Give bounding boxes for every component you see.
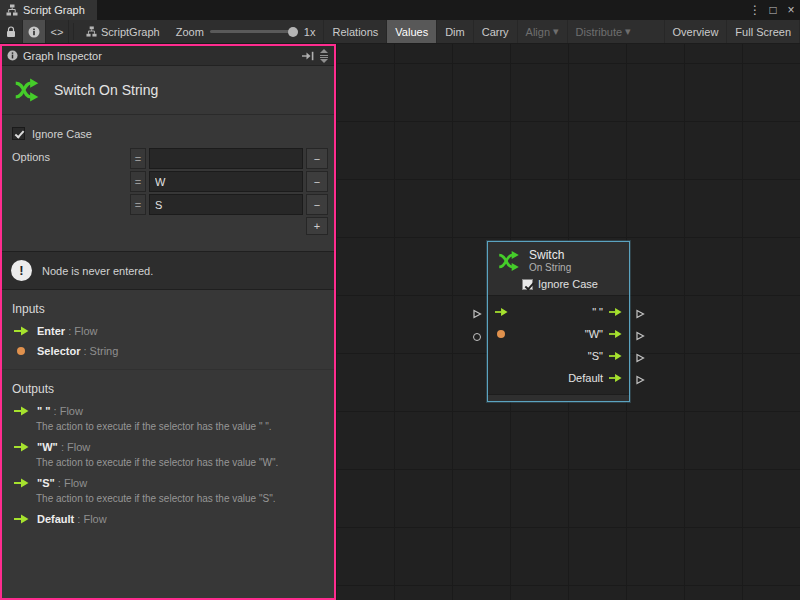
- distribute-dropdown[interactable]: Distribute▾: [567, 20, 639, 43]
- zoom-control: Zoom 1x: [168, 20, 324, 43]
- options-label: Options: [12, 148, 130, 163]
- node-ignore-case-label: Ignore Case: [538, 278, 598, 290]
- flow-output-port[interactable]: [609, 307, 622, 317]
- maximize-icon[interactable]: □: [764, 3, 782, 17]
- graph-inspector-title: Graph Inspector: [23, 50, 102, 62]
- lock-icon: [6, 26, 16, 38]
- carry-button[interactable]: Carry: [473, 20, 517, 43]
- node-title: Switch: [529, 249, 571, 262]
- option-input-2[interactable]: [149, 194, 303, 215]
- inspector-toggle-button[interactable]: [23, 20, 46, 43]
- flow-input-port[interactable]: [495, 307, 508, 317]
- close-icon[interactable]: ×: [782, 3, 800, 17]
- dock-icon[interactable]: [302, 51, 314, 61]
- window-menu-icon[interactable]: ⋮: [746, 3, 764, 17]
- flow-output-port[interactable]: [609, 351, 622, 361]
- graph-toolbar: <> ScriptGraph Zoom 1x Relations Values …: [0, 20, 800, 44]
- selector-input-port[interactable]: [497, 330, 505, 338]
- node-port-area: " " "W" "S": [488, 296, 629, 394]
- flow-arrow-icon: [14, 326, 29, 336]
- option-input-0[interactable]: [149, 148, 303, 169]
- ignore-case-row: Ignore Case: [12, 127, 324, 140]
- option-row: = −: [130, 171, 328, 192]
- drag-handle-icon[interactable]: =: [130, 194, 146, 215]
- option-input-1[interactable]: [149, 171, 303, 192]
- window-controls: ⋮ □ ×: [746, 0, 800, 20]
- output-port-connector[interactable]: [635, 375, 645, 385]
- ignore-case-checkbox[interactable]: [12, 127, 25, 140]
- node-output-label: "S": [588, 350, 603, 362]
- zoom-value: 1x: [304, 26, 316, 38]
- flow-output-port[interactable]: [609, 329, 622, 339]
- options-list: = − = − = − +: [130, 148, 328, 235]
- zoom-label: Zoom: [176, 26, 204, 38]
- warning-banner: ! Node is never entered.: [2, 251, 334, 290]
- dim-button[interactable]: Dim: [436, 20, 473, 43]
- graph-icon: [6, 4, 18, 16]
- node-port-row: "W": [488, 323, 629, 345]
- options-block: Options = − = − = −: [12, 148, 324, 235]
- remove-option-button[interactable]: −: [306, 171, 328, 192]
- ignore-case-label: Ignore Case: [32, 128, 92, 140]
- output-port-connector[interactable]: [635, 331, 645, 341]
- drag-handle-icon[interactable]: =: [130, 148, 146, 169]
- port-description: The action to execute if the selector ha…: [2, 421, 334, 437]
- info-icon: [28, 26, 40, 38]
- output-port-connector[interactable]: [635, 309, 645, 319]
- code-view-button[interactable]: <>: [46, 20, 69, 43]
- relations-button[interactable]: Relations: [323, 20, 386, 43]
- outputs-header: Outputs: [2, 369, 334, 401]
- graph-canvas[interactable]: Switch On String Ignore Case " ": [336, 44, 800, 600]
- graph-name-label: ScriptGraph: [101, 26, 160, 38]
- graph-breadcrumb[interactable]: ScriptGraph: [78, 20, 168, 43]
- values-button[interactable]: Values: [386, 20, 436, 43]
- toolbar-separator: [73, 23, 74, 40]
- graph-inspector-header: Graph Inspector: [2, 46, 334, 66]
- node-port-row: " ": [488, 301, 629, 323]
- output-port-connector[interactable]: [635, 353, 645, 363]
- flow-arrow-icon: [14, 514, 29, 524]
- inspected-node-title: Switch On String: [54, 82, 158, 98]
- drag-handle-icon[interactable]: =: [130, 171, 146, 192]
- flow-arrow-icon: [14, 406, 29, 416]
- flow-output-port[interactable]: [609, 373, 622, 383]
- enter-port-connector[interactable]: [472, 309, 482, 319]
- zoom-slider[interactable]: [210, 25, 298, 39]
- node-footer: [488, 394, 629, 401]
- node-port-row: "S": [488, 345, 629, 367]
- value-port-icon: [17, 347, 25, 355]
- chevron-down-icon: ▾: [625, 25, 631, 38]
- tab-title: Script Graph: [23, 4, 85, 16]
- chevron-down-icon: ▾: [553, 25, 559, 38]
- script-graph-icon: [86, 26, 97, 37]
- flow-arrow-icon: [14, 478, 29, 488]
- switch-node-icon: [496, 248, 522, 274]
- output-port-row: "S" : Flow: [2, 473, 334, 493]
- add-option-button[interactable]: +: [306, 217, 328, 235]
- remove-option-button[interactable]: −: [306, 194, 328, 215]
- node-ignore-case-checkbox[interactable]: [522, 279, 533, 290]
- node-header[interactable]: Switch On String Ignore Case: [488, 242, 629, 296]
- selector-port-connector[interactable]: [473, 333, 481, 341]
- inputs-header: Inputs: [2, 290, 334, 321]
- output-port-row: Default : Flow: [2, 509, 334, 529]
- tab-script-graph[interactable]: Script Graph: [0, 0, 97, 20]
- zoom-slider-knob[interactable]: [288, 27, 298, 37]
- fullscreen-button[interactable]: Full Screen: [726, 20, 800, 43]
- lock-button[interactable]: [0, 20, 23, 43]
- input-port-row: Selector : String: [2, 341, 334, 361]
- node-subtitle: On String: [529, 262, 571, 274]
- info-icon: [7, 50, 18, 61]
- overview-button[interactable]: Overview: [664, 20, 727, 43]
- switch-node-icon: [12, 75, 42, 105]
- node-port-row: Default: [488, 367, 629, 389]
- unity-editor-window: Script Graph ⋮ □ × <> ScriptGraph Zoom: [0, 0, 800, 600]
- flow-arrow-icon: [14, 442, 29, 452]
- align-dropdown[interactable]: Align▾: [517, 20, 567, 43]
- port-description: The action to execute if the selector ha…: [2, 457, 334, 473]
- zoom-slider-track: [210, 30, 298, 33]
- node-output-label: " ": [592, 306, 603, 318]
- scroll-widget-icon[interactable]: [319, 49, 329, 63]
- remove-option-button[interactable]: −: [306, 148, 328, 169]
- switch-on-string-node[interactable]: Switch On String Ignore Case " ": [487, 241, 630, 402]
